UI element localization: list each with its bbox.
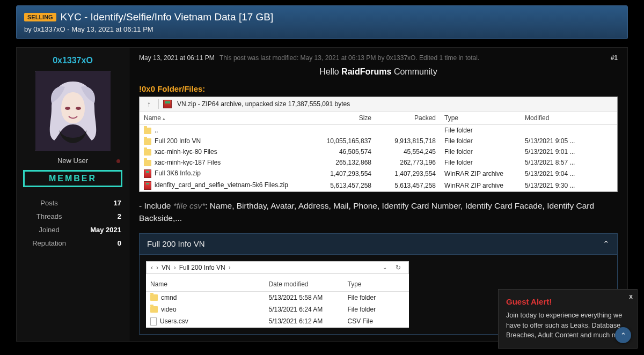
col2-date: Date modified	[265, 277, 343, 292]
archive-path: VN.zip - ZIP64 archive, unpacked size 17…	[177, 100, 350, 108]
table-row: Users.csv5/13/2021 6:12 AMCSV File	[146, 315, 409, 328]
col-size: Size	[311, 112, 376, 125]
table-row: xac-minh-kyc-80 Files46,505,57445,554,24…	[140, 146, 617, 157]
post-meta: May 13, 2021 at 06:11 PM This post was l…	[139, 54, 618, 62]
status-offline-icon	[116, 159, 120, 163]
author-title: New User	[23, 157, 122, 165]
stat-joined: May 2021	[75, 224, 121, 236]
svg-point-2	[76, 107, 81, 110]
scroll-top-button[interactable]: ⌃	[615, 327, 631, 343]
table-row: video5/13/2021 6:24 AMFile folder	[146, 304, 409, 315]
stat-reputation[interactable]: 0	[75, 237, 121, 249]
nav-fwd-icon: ›	[156, 264, 158, 271]
post-number[interactable]: #1	[611, 54, 618, 62]
close-icon[interactable]: x	[629, 292, 633, 301]
zip-icon	[144, 181, 151, 190]
accordion-header[interactable]: Full 200 Info VN ⌃	[140, 234, 617, 255]
author-sidebar: 0x1337xO New User MEMBER	[17, 48, 129, 341]
col2-type: Type	[343, 277, 409, 292]
stat-threads[interactable]: 2	[75, 210, 121, 223]
folder-icon	[144, 138, 151, 145]
folder-listing: ‹ › VN › Full 200 Info VN › ⌄ ↻	[146, 261, 409, 328]
col-name: Name	[140, 112, 311, 125]
alert-title: Guest Alert!	[506, 296, 630, 308]
stat-posts[interactable]: 17	[75, 197, 121, 209]
table-row: idenfity_card_and_selfie_vietnam-5k6 Fil…	[140, 180, 617, 191]
author-stats: Posts17 Threads2 JoinedMay 2021 Reputati…	[23, 196, 122, 250]
table-row: xac-minh-kyc-187 Files265,132,868262,773…	[140, 157, 617, 168]
member-badge: MEMBER	[23, 170, 122, 187]
col-packed: Packed	[376, 112, 440, 125]
folder-icon	[150, 306, 158, 313]
up-arrow-icon: ↑	[144, 100, 154, 108]
section-label: !0x0 Folder/Files:	[139, 84, 618, 93]
avatar[interactable]	[35, 71, 111, 151]
thread-header: SELLING KYC - Identify/Selfie/Info Vietn…	[16, 5, 628, 39]
nav-back-icon: ‹	[151, 264, 153, 271]
table-row: Full 3K6 Info.zip1,407,293,5541,407,293,…	[140, 168, 617, 180]
folder-icon	[144, 128, 151, 134]
file-icon	[150, 317, 157, 326]
table-row: cmnd5/13/2021 5:58 AMFile folder	[146, 291, 409, 304]
post-edited: This post was last modified: May 13, 202…	[219, 54, 479, 62]
thread-tag: SELLING	[24, 13, 56, 21]
post-date[interactable]: May 13, 2021 at 06:11 PM	[139, 54, 215, 62]
chevron-down-icon: ⌄	[380, 264, 389, 270]
greeting: Hello RaidForums Community	[139, 67, 618, 77]
include-description: - Include *file csv*: Name, Birthday, Av…	[139, 199, 618, 225]
thread-title: KYC - Identify/Selfie/Info Vietnam Data …	[61, 11, 274, 23]
folder-icon	[144, 160, 151, 166]
table-row: ..File folder	[140, 125, 617, 136]
author-username[interactable]: 0x1337xO	[23, 56, 122, 65]
col-modified: Modified	[521, 112, 617, 125]
refresh-icon: ↻	[392, 264, 404, 271]
thread-byline: by 0x1337xO - May 13, 2021 at 06:11 PM	[24, 25, 620, 33]
folder-icon	[150, 294, 158, 301]
svg-point-1	[65, 107, 70, 110]
table-row: Full 200 Info VN10,055,165,8379,913,815,…	[140, 136, 617, 146]
alert-body: Join today to experience everything we h…	[506, 310, 630, 341]
col-type: Type	[440, 112, 521, 125]
chevron-up-icon: ⌃	[620, 331, 626, 339]
zip-icon	[144, 169, 151, 178]
rar-icon	[163, 100, 172, 108]
folder-icon	[144, 149, 151, 156]
archive-listing: ↑ VN.zip - ZIP64 archive, unpacked size …	[139, 97, 618, 192]
chevron-up-icon: ⌃	[603, 239, 610, 249]
col2-name: Name	[146, 277, 265, 292]
